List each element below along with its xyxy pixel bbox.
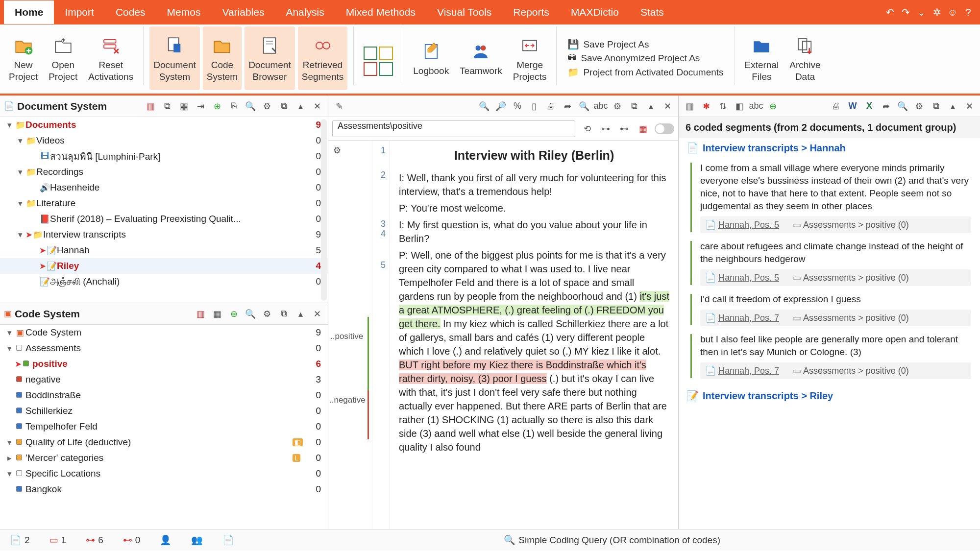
code-toolbar-icon[interactable]: ▥ — [194, 307, 207, 321]
code-toolbar-icon[interactable]: ⊕ — [227, 307, 241, 321]
document-tree-row[interactable]: ▾📁Literature0 — [0, 195, 328, 211]
code-tool-icon[interactable]: ⊶ — [599, 122, 612, 136]
search-icon[interactable]: 🔍 — [896, 99, 909, 113]
code-toolbar-icon[interactable]: ▦ — [210, 307, 224, 321]
chevron-down-icon[interactable]: ⌄ — [913, 6, 929, 18]
code-tree-row[interactable]: ▾Specific Locations0 — [0, 466, 328, 481]
document-tree-row[interactable]: 🔊Hasenheide0 — [0, 180, 328, 195]
code-label-negative[interactable]: ..negative — [329, 395, 366, 405]
doc-toolbar-icon[interactable]: ⧉ — [160, 99, 174, 113]
menu-tab-memos[interactable]: Memos — [156, 0, 212, 24]
export-icon[interactable]: ➦ — [879, 99, 893, 113]
seg-toolbar-icon[interactable]: ◧ — [733, 99, 746, 113]
document-tree[interactable]: ▾📁Documents9▾📁Videos0🎞สวนลุมพินี [Lumphi… — [0, 117, 328, 303]
document-tree-row[interactable]: 📕Sherif (2018) – Evaluating Preexisting … — [0, 211, 328, 227]
logbook-button[interactable]: Logbook — [409, 26, 453, 90]
gear-icon[interactable]: ⚙ — [260, 307, 274, 321]
code-tree[interactable]: ▾▣Code System9▾Assessments0➤positive6neg… — [0, 325, 328, 529]
document-content[interactable]: ⚙ ..positive ..negative 1 2 3 4 5 Interv… — [328, 141, 678, 529]
close-icon[interactable]: ✕ — [962, 99, 976, 113]
menu-tab-reports[interactable]: Reports — [502, 0, 560, 24]
overview-grid-button[interactable] — [360, 26, 397, 90]
status-user-icon[interactable]: 👤 — [160, 534, 172, 546]
zoom-icon[interactable]: 🔎 — [494, 99, 508, 113]
search-icon[interactable]: 🔍 — [244, 307, 257, 321]
code-tool-icon[interactable]: ⟲ — [580, 122, 594, 136]
toggle-switch[interactable] — [655, 123, 674, 134]
smile-icon[interactable]: ☺ — [945, 7, 960, 18]
code-tree-row[interactable]: ▾▣Code System9 — [0, 325, 328, 340]
merge-projects-button[interactable]: MergeProjects — [509, 26, 551, 90]
document-system-button[interactable]: DocumentSystem — [149, 26, 200, 90]
seg-toolbar-icon[interactable]: abc — [749, 99, 763, 113]
menu-tab-visual[interactable]: Visual Tools — [426, 0, 502, 24]
document-tree-row[interactable]: ➤📝Hannah5 — [0, 242, 328, 258]
menu-tab-home[interactable]: Home — [4, 0, 54, 24]
menu-tab-variables[interactable]: Variables — [211, 0, 275, 24]
code-tree-row[interactable]: negative3 — [0, 372, 328, 387]
close-icon[interactable]: ✕ — [310, 307, 324, 321]
undock-icon[interactable]: ⧉ — [929, 99, 943, 113]
status-team-icon[interactable]: 👥 — [191, 534, 203, 546]
undock-icon[interactable]: ⧉ — [627, 99, 641, 113]
magnify-icon[interactable]: 🔍 — [577, 99, 591, 113]
search-icon[interactable]: 🔍 — [477, 99, 491, 113]
save-project-as-button[interactable]: 💾Save Project As — [567, 39, 723, 50]
menu-tab-codes[interactable]: Codes — [105, 0, 156, 24]
code-bar-negative[interactable] — [368, 390, 369, 439]
code-path-combo[interactable]: Assessments\positive — [332, 120, 575, 137]
search-icon[interactable]: 🔍 — [244, 99, 257, 113]
document-tree-row[interactable]: ▾➤📁Interview transcripts9 — [0, 227, 328, 242]
retrieved-segment[interactable]: I'd call it freedom of expression I gues… — [700, 293, 971, 326]
document-tree-row[interactable]: ▾📁Documents9 — [0, 117, 328, 133]
print-icon[interactable]: 🖨 — [829, 99, 843, 113]
code-tree-row[interactable]: Bangkok0 — [0, 481, 328, 497]
menu-tab-maxdictio[interactable]: MAXDictio — [560, 0, 630, 24]
status-query[interactable]: 🔍Simple Coding Query (OR combination of … — [504, 534, 720, 546]
document-tree-row[interactable]: 🎞สวนลุมพินี [Lumphini-Park]0 — [0, 148, 328, 164]
undock-icon[interactable]: ⧉ — [277, 99, 291, 113]
collapse-icon[interactable]: ▴ — [294, 307, 307, 321]
retrieved-segments-button[interactable]: RetrievedSegments — [298, 26, 348, 90]
new-project-button[interactable]: NewProject — [5, 26, 42, 90]
collapse-icon[interactable]: ▴ — [644, 99, 658, 113]
segment-group-header[interactable]: 📄Interview transcripts > Hannah — [679, 138, 980, 158]
doc-toolbar-icon[interactable]: ⊕ — [210, 99, 224, 113]
doc-toolbar-icon[interactable]: ▦ — [177, 99, 191, 113]
seg-toolbar-icon[interactable]: ⇅ — [716, 99, 730, 113]
code-tree-row[interactable]: ▾Quality of Life (deductive)◧0 — [0, 434, 328, 450]
code-system-button[interactable]: CodeSystem — [203, 26, 242, 90]
project-from-activated-button[interactable]: 📁Project from Activated Documents — [567, 67, 723, 78]
code-label-positive[interactable]: ..positive — [330, 332, 363, 341]
menu-tab-mixed[interactable]: Mixed Methods — [335, 0, 426, 24]
archive-data-button[interactable]: ArchiveData — [785, 26, 824, 90]
external-files-button[interactable]: ExternalFiles — [741, 26, 783, 90]
retrieved-segment[interactable]: I come from a small village where everyo… — [700, 162, 971, 233]
teamwork-button[interactable]: Teamwork — [456, 26, 506, 90]
save-anonymized-button[interactable]: 🕶Save Anonymized Project As — [567, 53, 723, 64]
word-icon[interactable]: W — [846, 99, 859, 113]
retrieved-segments-list[interactable]: 6 coded segments (from 2 documents, 1 do… — [679, 117, 980, 529]
open-project-button[interactable]: OpenProject — [45, 26, 81, 90]
gear-icon[interactable]: ✲ — [929, 6, 945, 18]
doc-toolbar-icon[interactable]: ▥ — [144, 99, 157, 113]
reset-activations-button[interactable]: ResetActivations — [84, 26, 137, 90]
edit-icon[interactable]: ✎ — [332, 99, 346, 113]
gear-icon[interactable]: ⚙ — [260, 99, 274, 113]
code-tree-row[interactable]: Tempelhofer Feld0 — [0, 419, 328, 434]
code-tree-row[interactable]: ▾Assessments0 — [0, 340, 328, 356]
redo-icon[interactable]: ↷ — [898, 6, 913, 18]
code-tree-row[interactable]: Boddinstraße0 — [0, 387, 328, 403]
segment-group-header[interactable]: 📝Interview transcripts > Riley — [679, 386, 980, 406]
help-icon[interactable]: ? — [960, 7, 976, 18]
highlight-icon[interactable]: ▦ — [636, 122, 650, 136]
excel-icon[interactable]: X — [862, 99, 876, 113]
document-tree-row[interactable]: ▾📁Recordings0 — [0, 164, 328, 180]
close-icon[interactable]: ✕ — [310, 99, 324, 113]
document-browser-button[interactable]: DocumentBrowser — [245, 26, 295, 90]
gear-icon[interactable]: ⚙ — [611, 99, 624, 113]
undo-icon[interactable]: ↶ — [882, 6, 898, 18]
menu-tab-stats[interactable]: Stats — [630, 0, 675, 24]
code-tool-icon[interactable]: ⊷ — [617, 122, 631, 136]
print-icon[interactable]: 🖨 — [544, 99, 558, 113]
